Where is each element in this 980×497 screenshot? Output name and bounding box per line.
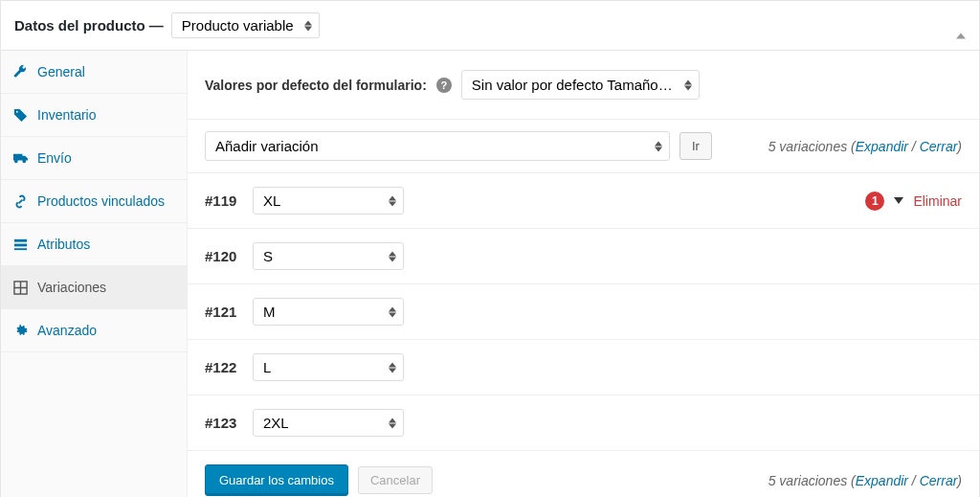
variations-toolbar-top: Añadir variación Ir 5 variaciones (Expan… [188,119,979,173]
tab-shipping[interactable]: Envío [1,137,187,180]
expand-link[interactable]: Expandir [856,473,908,488]
defaults-label: Valores por defecto del formulario: [205,78,427,93]
wrench-icon [12,64,28,79]
variations-list: #119XL1Eliminar#120S#121M#122L#1232XL [188,173,979,450]
tab-inventory[interactable]: Inventario [1,94,187,137]
tab-label: Avanzado [37,323,97,338]
chevron-up-icon [956,18,966,38]
variation-row-actions: 1Eliminar [865,192,962,211]
tab-variations[interactable]: Variaciones [1,266,187,309]
variations-toolbar-bottom: Guardar los cambios Cancelar 5 variacion… [188,450,979,497]
tab-label: General [37,64,85,79]
chevron-down-icon[interactable] [894,197,903,204]
default-form-values-row: Valores por defecto del formulario: ? Si… [188,51,979,119]
link-icon [12,193,28,209]
tab-advanced[interactable]: Avanzado [1,309,187,352]
grid-icon [12,280,28,295]
variation-size-select[interactable]: L [253,353,404,381]
panel-title: Datos del producto — [14,17,164,34]
svg-rect-0 [13,238,26,241]
close-link[interactable]: Cerrar [920,139,958,154]
variation-id: #121 [205,304,245,320]
tag-icon [12,107,28,123]
variation-id: #120 [205,248,245,264]
variation-id: #123 [205,415,245,431]
close-link[interactable]: Cerrar [920,473,958,488]
gear-icon [12,323,28,338]
variation-id: #122 [205,359,245,375]
tab-linked-products[interactable]: Productos vinculados [1,180,187,223]
default-size-select[interactable]: Sin valor por defecto Tamaño… [461,70,700,100]
save-button[interactable]: Guardar los cambios [205,464,348,496]
variations-count: 5 variaciones (Expandir / Cerrar) [768,139,962,154]
help-icon[interactable]: ? [436,78,452,93]
product-data-panel: Datos del producto — Producto variable G… [0,0,980,497]
variation-size-select[interactable]: XL [253,187,404,215]
variations-panel: Valores por defecto del formulario: ? Si… [188,51,979,497]
tab-label: Atributos [37,237,90,252]
variation-size-select[interactable]: 2XL [253,409,404,437]
variation-size-select[interactable]: M [253,298,404,326]
tab-attributes[interactable]: Atributos [1,223,187,266]
variation-row[interactable]: #122L [188,339,979,395]
variation-row[interactable]: #121M [188,283,979,339]
list-icon [12,237,28,252]
tab-label: Productos vinculados [37,193,165,209]
panel-header: Datos del producto — Producto variable [1,1,979,51]
tab-label: Inventario [37,107,96,123]
delete-variation-link[interactable]: Eliminar [913,193,962,209]
panel-collapse-toggle[interactable] [956,18,966,33]
variation-id: #119 [205,192,245,209]
expand-link[interactable]: Expandir [856,139,908,154]
cancel-button[interactable]: Cancelar [358,466,433,494]
variations-count: 5 variaciones (Expandir / Cerrar) [768,473,962,488]
truck-icon [12,150,28,166]
tab-label: Envío [37,150,72,166]
variation-size-select[interactable]: S [253,242,404,270]
go-button[interactable]: Ir [679,132,712,160]
variation-action-select[interactable]: Añadir variación [205,131,670,161]
tab-label: Variaciones [37,280,106,295]
variation-row[interactable]: #120S [188,228,979,283]
svg-rect-1 [13,243,26,246]
count-badge: 1 [865,192,884,211]
svg-rect-2 [13,248,26,250]
product-type-select[interactable]: Producto variable [171,12,320,38]
tab-general[interactable]: General [1,51,187,94]
variation-row[interactable]: #119XL1Eliminar [188,173,979,228]
product-data-tabs: General Inventario Envío Productos vincu… [1,51,188,497]
variation-row[interactable]: #1232XL [188,395,979,450]
